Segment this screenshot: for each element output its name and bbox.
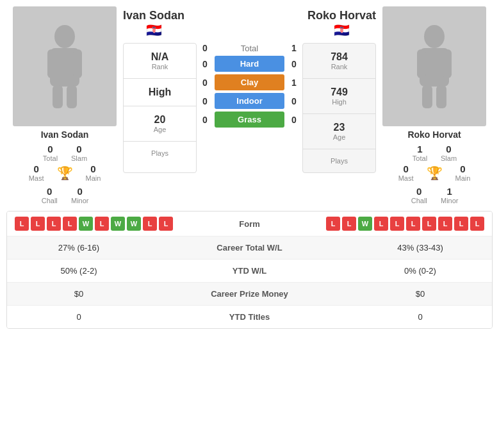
form-badge: L [31, 217, 45, 231]
left-flag: 🇭🇷 [146, 22, 162, 38]
left-main-lbl: Main [86, 174, 101, 182]
left-slam-lbl: Slam [71, 154, 87, 162]
form-badge: L [95, 217, 109, 231]
left-mast-val: 0 [33, 163, 38, 174]
right-lower-stats: 0 Chall 1 Minor [410, 186, 458, 204]
grass-badge: Grass [215, 112, 284, 128]
grass-line: 0 Grass 0 [199, 112, 300, 128]
right-total-court-score: 1 [288, 43, 300, 53]
stat-row-right-val: 43% (33-43) [356, 243, 484, 253]
form-badge: L [143, 217, 157, 231]
right-minor-val: 1 [447, 186, 452, 197]
right-player-name: Roko Horvat [407, 129, 461, 140]
left-trophy-icon: 🏆 [57, 165, 73, 181]
svg-rect-10 [422, 85, 432, 108]
left-total-stat: 0 Total [42, 144, 58, 162]
right-high-val: 749 [308, 87, 370, 98]
right-age-lbl: Age [308, 133, 370, 141]
right-high-stat: 749 High [303, 79, 375, 114]
left-header-name: Ivan Sodan [123, 9, 184, 22]
left-player-silhouette [42, 25, 87, 108]
left-player-photo [13, 6, 117, 126]
right-slam-lbl: Slam [441, 154, 457, 162]
left-player-stats: 0 Total 0 Slam [42, 144, 87, 162]
right-minor-stat: 1 Minor [441, 186, 459, 204]
right-mast-lbl: Mast [398, 174, 414, 182]
left-chall-val: 0 [47, 186, 52, 197]
center-stats-area: N/A Rank High 20 Age Plays [123, 43, 376, 173]
svg-rect-8 [417, 49, 426, 78]
hard-badge: Hard [215, 56, 284, 72]
left-main-stat: 0 Main [86, 163, 101, 182]
right-slam-val: 0 [446, 144, 451, 154]
top-section: Ivan Sodan 0 Total 0 Slam 0 Mast 🏆 0 [6, 6, 493, 204]
left-trophy-row: 0 Mast 🏆 0 Main [29, 163, 101, 182]
left-plays-stat: Plays [124, 142, 196, 165]
stat-row-right-val: 0 [356, 312, 484, 322]
left-minor-val: 0 [78, 186, 83, 197]
left-chall-lbl: Chall [42, 197, 58, 204]
left-minor-lbl: Minor [71, 197, 89, 204]
right-rank-lbl: Rank [308, 63, 370, 71]
left-plays-lbl: Plays [129, 149, 191, 157]
right-chall-val: 0 [416, 186, 421, 197]
stat-row: 0 YTD Titles 0 [7, 306, 492, 328]
stat-row-left-val: 27% (6-16) [15, 243, 143, 253]
stat-row-left-val: 50% (2-2) [15, 266, 143, 276]
right-plays-stat: Plays [303, 149, 375, 172]
hard-line: 0 Hard 0 [199, 56, 300, 72]
names-row: Ivan Sodan 🇭🇷 Roko Horvat 🇭🇷 [123, 6, 376, 40]
right-chall-stat: 0 Chall [410, 186, 428, 204]
right-player-stats: 1 Total 0 Slam [412, 144, 457, 162]
right-total-stat: 1 Total [412, 144, 428, 162]
left-total-court-score: 0 [199, 43, 211, 53]
left-minor-stat: 0 Minor [71, 186, 89, 204]
form-row: LLLLWLWWLL Form LLWLLLLLLL [7, 212, 492, 236]
svg-rect-9 [443, 49, 452, 78]
left-chall-stat: 0 Chall [40, 186, 58, 204]
right-mast-stat: 0 Mast [398, 163, 414, 182]
form-badge: W [127, 217, 141, 231]
left-name-flag: Ivan Sodan 🇭🇷 [123, 9, 184, 38]
form-badge: L [438, 217, 452, 231]
stat-row-label: Career Prize Money [143, 289, 356, 299]
left-clay-score: 0 [199, 78, 211, 88]
left-slam-stat: 0 Slam [71, 144, 87, 162]
total-line: 0 Total 1 [199, 43, 300, 53]
right-flag: 🇭🇷 [334, 22, 350, 38]
form-badge: L [15, 217, 29, 231]
stat-row-label: YTD W/L [143, 266, 356, 276]
form-badge: L [406, 217, 420, 231]
form-badge: W [111, 217, 125, 231]
svg-rect-4 [53, 85, 63, 108]
form-badge: L [470, 217, 484, 231]
left-rank-stat: N/A Rank [124, 44, 196, 79]
form-badge: L [159, 217, 173, 231]
left-player-name: Ivan Sodan [41, 129, 89, 140]
form-badge: W [358, 217, 372, 231]
page: Ivan Sodan 0 Total 0 Slam 0 Mast 🏆 0 [0, 0, 499, 335]
left-high-stat: High [124, 79, 196, 106]
right-age-stat: 23 Age [303, 114, 375, 149]
stat-row-left-val: 0 [15, 312, 143, 322]
right-age-val: 23 [308, 122, 370, 133]
left-lower-stats: 0 Chall 0 Minor [40, 186, 88, 204]
stat-row: 27% (6-16) Career Total W/L 43% (33-43) [7, 236, 492, 260]
form-badge: L [374, 217, 388, 231]
total-label: Total [215, 44, 284, 53]
right-main-val: 0 [460, 163, 465, 174]
left-age-val: 20 [129, 114, 191, 126]
left-total-val: 0 [47, 144, 53, 154]
left-player-card: Ivan Sodan 0 Total 0 Slam 0 Mast 🏆 0 [6, 6, 123, 204]
right-form-badges: LLWLLLLLLL [326, 217, 484, 231]
left-age-stat: 20 Age [124, 106, 196, 142]
right-plays-lbl: Plays [308, 157, 370, 165]
left-panel-box: N/A Rank High 20 Age Plays [123, 43, 197, 173]
clay-badge: Clay [215, 74, 284, 90]
stat-row: 50% (2-2) YTD W/L 0% (0-2) [7, 260, 492, 283]
left-rank-lbl: Rank [129, 63, 191, 71]
form-badge: L [422, 217, 436, 231]
right-total-lbl: Total [413, 154, 427, 162]
right-chall-lbl: Chall [411, 197, 427, 204]
form-label: Form [173, 219, 326, 229]
